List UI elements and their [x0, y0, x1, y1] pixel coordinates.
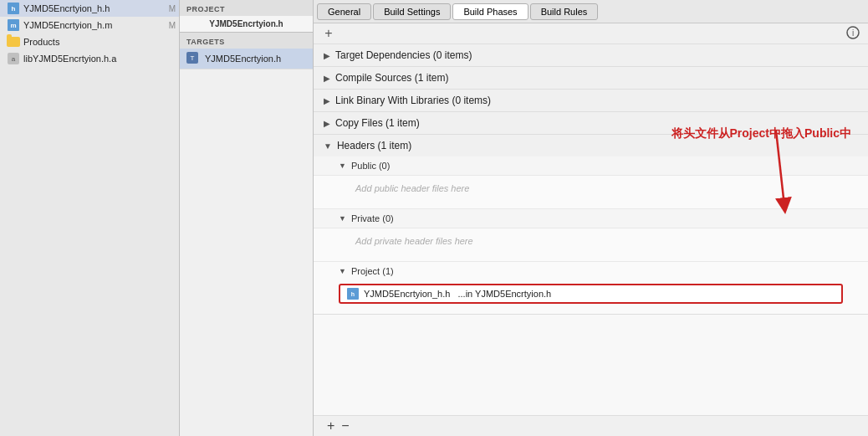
target-item-label: YJMD5Encrtyion.h — [205, 54, 281, 64]
project-item-h-icon: h — [347, 288, 359, 300]
tab-build-settings[interactable]: Build Settings — [373, 3, 451, 20]
project-section-header: PROJECT — [180, 0, 313, 16]
project-tab[interactable]: YJMD5Encrtyion.h — [180, 16, 313, 32]
phase-link-binary: ▶ Link Binary With Libraries (0 items) — [314, 90, 868, 112]
public-content: Add public header files here — [314, 176, 868, 209]
project-header-item[interactable]: h YJMD5Encrtyion_h.h ...in YJMD5Encrtyio… — [339, 284, 843, 304]
headers-arrow: ▼ — [324, 141, 332, 151]
phase-title-compile: Compile Sources (1 item) — [335, 72, 448, 84]
headers-section: ▼ Headers (1 item) 将头文件从Project中拖入Public… — [314, 135, 868, 315]
public-header[interactable]: ▼ Public (0) — [314, 156, 868, 176]
sidebar-label-libyjmd5: libYJMD5Encrtyion.h.a — [23, 54, 176, 64]
phase-arrow-link: ▶ — [324, 96, 330, 105]
private-content: Add private header files here — [314, 228, 868, 262]
private-arrow: ▼ — [339, 214, 346, 223]
project-subsection: ▼ Project (1) h YJMD5Encrtyion_h.h ...in… — [314, 262, 868, 314]
phase-header-link-binary[interactable]: ▶ Link Binary With Libraries (0 items) — [314, 90, 868, 111]
sidebar-item-yjmd5m[interactable]: m YJMD5Encrtyion_h.m M — [0, 17, 179, 33]
project-sub-header[interactable]: ▼ Project (1) — [339, 262, 843, 280]
phase-compile-sources: ▶ Compile Sources (1 item) — [314, 67, 868, 90]
public-arrow: ▼ — [339, 162, 346, 170]
phase-header-target-deps[interactable]: ▶ Target Dependencies (0 items) — [314, 44, 868, 66]
project-tab-bar: YJMD5Encrtyion.h — [180, 16, 313, 33]
remove-item-button[interactable]: − — [338, 419, 352, 433]
phase-target-deps: ▶ Target Dependencies (0 items) — [314, 44, 868, 67]
svg-text:i: i — [852, 28, 854, 38]
main-editor: General Build Settings Build Phases Buil… — [314, 0, 868, 436]
sidebar-label-products: Products — [23, 37, 176, 47]
phase-title-link: Link Binary With Libraries (0 items) — [335, 95, 491, 106]
private-title: Private (0) — [351, 213, 394, 223]
add-item-button[interactable]: + — [324, 419, 338, 433]
tab-build-phases[interactable]: Build Phases — [452, 3, 528, 20]
bottom-toolbar: + − — [314, 415, 868, 436]
project-item-name: YJMD5Encrtyion_h.h ...in YJMD5Encrtyion.… — [364, 289, 551, 299]
sidebar-badge-yjmd5m: M — [169, 21, 176, 30]
public-placeholder: Add public header files here — [355, 183, 469, 193]
source-file-icon: m — [7, 18, 20, 32]
phase-arrow-compile: ▶ — [324, 74, 330, 83]
project-arrow: ▼ — [339, 267, 346, 275]
public-title: Public (0) — [351, 161, 390, 171]
tab-general[interactable]: General — [317, 3, 371, 20]
phase-title-copy: Copy Files (1 item) — [335, 117, 420, 129]
phase-header-compile-sources[interactable]: ▶ Compile Sources (1 item) — [314, 67, 868, 89]
main-top-toolbar: + i — [314, 23, 868, 44]
private-subsection: ▼ Private (0) Add private header files h… — [314, 209, 868, 262]
private-placeholder: Add private header files here — [355, 236, 473, 246]
sidebar-label-yjmd5m: YJMD5Encrtyion_h.m — [23, 20, 166, 30]
add-phase-button[interactable]: + — [320, 25, 337, 42]
file-navigator: h YJMD5Encrtyion_h.h M m YJMD5Encrtyion_… — [0, 0, 180, 436]
sidebar-item-products[interactable]: Products — [0, 33, 179, 50]
sidebar-item-yjmd5h[interactable]: h YJMD5Encrtyion_h.h M — [0, 0, 179, 17]
sidebar-item-libyjmd5[interactable]: a libYJMD5Encrtyion.h.a — [0, 50, 179, 67]
phase-arrow-copy: ▶ — [324, 119, 330, 128]
header-file-icon: h — [7, 2, 20, 15]
phase-arrow-target-deps: ▶ — [324, 51, 330, 60]
editor-tab-bar: General Build Settings Build Phases Buil… — [314, 0, 868, 23]
phase-title-target-deps: Target Dependencies (0 items) — [335, 49, 472, 61]
sidebar-badge-yjmd5h: M — [169, 4, 176, 13]
project-sub-title: Project (1) — [351, 266, 394, 276]
target-item-yjmd5[interactable]: T YJMD5Encrtyion.h — [180, 49, 313, 69]
headers-title: Headers (1 item) — [337, 140, 411, 151]
target-icon: T — [186, 52, 200, 65]
annotation-text: 将头文件从Project中拖入Public中 — [671, 126, 851, 141]
library-file-icon: a — [7, 52, 20, 65]
public-subsection: ▼ Public (0) Add public header files her… — [314, 156, 868, 209]
info-button[interactable]: i — [845, 25, 861, 42]
targets-section-header: TARGETS — [180, 33, 313, 49]
tab-build-rules[interactable]: Build Rules — [530, 3, 599, 20]
editor-tabs: General Build Settings Build Phases Buil… — [317, 3, 600, 20]
products-folder-icon — [7, 35, 20, 49]
project-navigator: PROJECT YJMD5Encrtyion.h TARGETS T YJMD5… — [180, 0, 314, 436]
sidebar-label-yjmd5h: YJMD5Encrtyion_h.h — [23, 3, 166, 13]
private-header[interactable]: ▼ Private (0) — [314, 209, 868, 228]
